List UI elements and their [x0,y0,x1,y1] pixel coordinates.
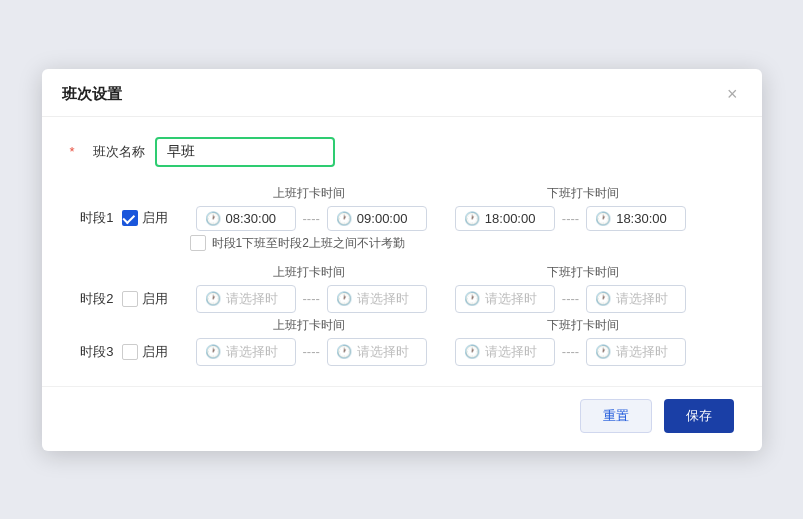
dash-6: ---- [562,344,579,359]
dash-1: ---- [303,211,320,226]
segment-1-enable-label: 启用 [142,209,168,227]
clock-icon-4: 🕐 [595,211,611,226]
clock-icon-3: 🕐 [464,211,480,226]
segment-2-start-from[interactable]: 🕐 请选择时 [196,285,296,313]
segment-2-start-to[interactable]: 🕐 请选择时 [327,285,427,313]
dialog-title: 班次设置 [62,85,122,104]
segment-2-row: 时段2 启用 🕐 请选择时 ---- 🕐 请选择时 [70,285,734,313]
segment-2-end-from-placeholder: 请选择时 [485,290,537,308]
segment-3-time-group: 🕐 请选择时 ---- 🕐 请选择时 🕐 请选择时 ---- [196,338,687,366]
segment-1-start-from[interactable]: 🕐 08:30:00 [196,206,296,231]
name-label: 班次名称 [77,143,145,161]
clock-icon-12: 🕐 [595,344,611,359]
segment-2-end-from[interactable]: 🕐 请选择时 [455,285,555,313]
segment-3-start-to[interactable]: 🕐 请选择时 [327,338,427,366]
segment-1-start-to-value: 09:00:00 [357,211,408,226]
clock-icon-2: 🕐 [336,211,352,226]
segment-3-start-to-placeholder: 请选择时 [357,343,409,361]
segment-2-start-to-placeholder: 请选择时 [357,290,409,308]
between-note-text: 时段1下班至时段2上班之间不计考勤 [212,235,405,252]
segment-2-headers: 上班打卡时间 下班打卡时间 [190,264,734,281]
segment-3-block: 上班打卡时间 下班打卡时间 时段3 启用 🕐 请选择时 ---- [70,317,734,366]
clock-icon-1: 🕐 [205,211,221,226]
segment-1-end-from-value: 18:00:00 [485,211,536,226]
segment-3-headers: 上班打卡时间 下班打卡时间 [190,317,734,334]
segment-2-checkbox[interactable] [122,291,138,307]
segment-2-checkout-header: 下班打卡时间 [464,264,702,281]
segment-3-row: 时段3 启用 🕐 请选择时 ---- 🕐 请选择时 [70,338,734,366]
segment-1-time-group: 🕐 08:30:00 ---- 🕐 09:00:00 🕐 18:00:00 --… [196,206,687,231]
reset-button[interactable]: 重置 [580,399,652,433]
segment-3-enable-label: 启用 [142,343,168,361]
segment-2-enable-wrap[interactable]: 启用 [122,290,190,308]
segment-3-start-from[interactable]: 🕐 请选择时 [196,338,296,366]
dash-5: ---- [303,344,320,359]
segment-2-end-to[interactable]: 🕐 请选择时 [586,285,686,313]
segment-2-enable-label: 启用 [142,290,168,308]
close-button[interactable]: × [723,85,742,103]
between-note-checkbox[interactable] [190,235,206,251]
clock-icon-6: 🕐 [336,291,352,306]
required-star: * [70,144,75,159]
dash-2: ---- [562,211,579,226]
segment-1-block: 上班打卡时间 下班打卡时间 时段1 启用 🕐 08:30:00 ---- [70,185,734,252]
dash-4: ---- [562,291,579,306]
segment-1-start-from-value: 08:30:00 [226,211,277,226]
segment-3-end-from-placeholder: 请选择时 [485,343,537,361]
name-row: * 班次名称 [70,137,734,167]
segment-1-row: 时段1 启用 🕐 08:30:00 ---- 🕐 09:00:00 [70,206,734,231]
clock-icon-9: 🕐 [205,344,221,359]
dash-3: ---- [303,291,320,306]
clock-icon-5: 🕐 [205,291,221,306]
segment-1-checkbox[interactable] [122,210,138,226]
segment-1-checkout-header: 下班打卡时间 [464,185,702,202]
dialog-header: 班次设置 × [42,69,762,117]
shift-name-input[interactable] [155,137,335,167]
dialog-body: * 班次名称 上班打卡时间 下班打卡时间 时段1 启用 🕐 08: [42,117,762,386]
segment-1-headers: 上班打卡时间 下班打卡时间 [190,185,734,202]
segment-1-start-to[interactable]: 🕐 09:00:00 [327,206,427,231]
between-note-row: 时段1下班至时段2上班之间不计考勤 [190,235,734,252]
segment-2-start-from-placeholder: 请选择时 [226,290,278,308]
segment-3-end-to[interactable]: 🕐 请选择时 [586,338,686,366]
segment-1-end-to-value: 18:30:00 [616,211,667,226]
segment-3-checkout-header: 下班打卡时间 [464,317,702,334]
segment-3-checkin-header: 上班打卡时间 [190,317,428,334]
segment-1-enable-wrap[interactable]: 启用 [122,209,190,227]
segment-2-time-group: 🕐 请选择时 ---- 🕐 请选择时 🕐 请选择时 ---- [196,285,687,313]
clock-icon-11: 🕐 [464,344,480,359]
segment-2-block: 上班打卡时间 下班打卡时间 时段2 启用 🕐 请选择时 ---- [70,264,734,313]
shift-settings-dialog: 班次设置 × * 班次名称 上班打卡时间 下班打卡时间 时段1 启用 [42,69,762,451]
segment-1-checkin-header: 上班打卡时间 [190,185,428,202]
segment-1-end-to[interactable]: 🕐 18:30:00 [586,206,686,231]
segment-3-label: 时段3 [70,343,114,361]
segment-3-checkbox[interactable] [122,344,138,360]
save-button[interactable]: 保存 [664,399,734,433]
segment-1-label: 时段1 [70,209,114,227]
segment-3-end-to-placeholder: 请选择时 [616,343,668,361]
segment-3-enable-wrap[interactable]: 启用 [122,343,190,361]
segment-3-start-from-placeholder: 请选择时 [226,343,278,361]
clock-icon-7: 🕐 [464,291,480,306]
segment-2-checkin-header: 上班打卡时间 [190,264,428,281]
segment-1-end-from[interactable]: 🕐 18:00:00 [455,206,555,231]
dialog-footer: 重置 保存 [42,386,762,451]
clock-icon-10: 🕐 [336,344,352,359]
segment-2-end-to-placeholder: 请选择时 [616,290,668,308]
clock-icon-8: 🕐 [595,291,611,306]
segment-2-label: 时段2 [70,290,114,308]
segment-3-end-from[interactable]: 🕐 请选择时 [455,338,555,366]
